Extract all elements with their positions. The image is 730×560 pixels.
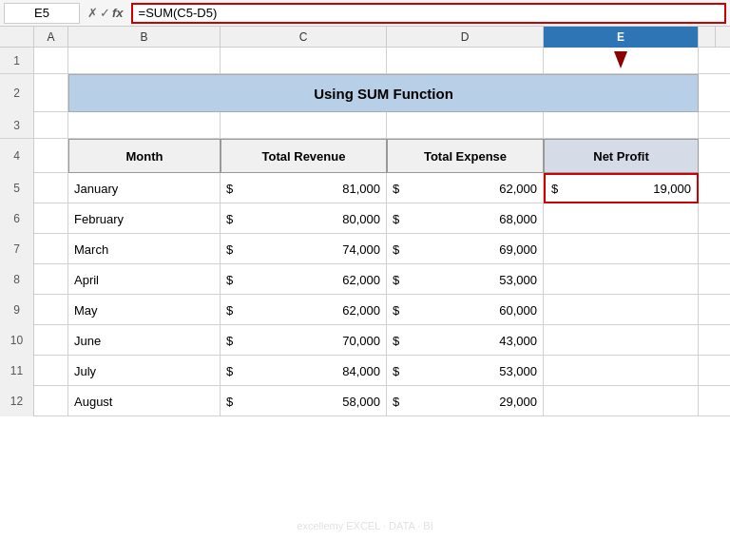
grid-row-12: 12 August $ 58,000 $ 29,000 xyxy=(0,386,730,416)
grid-row-9: 9 May $ 62,000 $ 60,000 xyxy=(0,295,730,325)
cell-e1[interactable] xyxy=(544,48,699,74)
cell-e5-net-profit[interactable]: $ 19,000 xyxy=(544,173,699,203)
cell-d8-expense[interactable]: $ 53,000 xyxy=(387,264,544,295)
cell-e8[interactable] xyxy=(544,264,699,295)
header-total-expense: Total Expense xyxy=(387,139,544,173)
grid-row-7: 7 March $ 74,000 $ 69,000 xyxy=(0,234,730,264)
cell-c12-revenue[interactable]: $ 58,000 xyxy=(221,386,387,416)
grid-row-1: 1 xyxy=(0,48,730,74)
cell-c8-revenue[interactable]: $ 62,000 xyxy=(221,264,387,295)
row-num-5: 5 xyxy=(0,173,34,203)
spreadsheet: A B C D E 1 xyxy=(0,27,730,416)
grid-row-8: 8 April $ 62,000 $ 53,000 xyxy=(0,264,730,295)
cell-a1[interactable] xyxy=(34,48,68,74)
col-header-c[interactable]: C xyxy=(221,27,387,48)
cell-b6-month[interactable]: February xyxy=(68,203,221,234)
cell-a4[interactable] xyxy=(34,139,68,173)
cell-c11-revenue[interactable]: $ 84,000 xyxy=(221,356,387,386)
cell-name-box[interactable]: E5 xyxy=(4,3,80,24)
row-num-8: 8 xyxy=(0,264,34,295)
header-total-revenue: Total Revenue xyxy=(221,139,387,173)
column-headers-row: A B C D E xyxy=(0,27,730,48)
cell-c7-revenue[interactable]: $ 74,000 xyxy=(221,234,387,264)
cell-c10-revenue[interactable]: $ 70,000 xyxy=(221,325,387,356)
confirm-icon[interactable]: ✓ xyxy=(100,6,110,20)
grid-row-10: 10 June $ 70,000 $ 43,000 xyxy=(0,325,730,356)
cell-d7-expense[interactable]: $ 69,000 xyxy=(387,234,544,264)
cancel-icon[interactable]: ✗ xyxy=(87,6,98,20)
fx-icon[interactable]: fx xyxy=(112,6,124,20)
row-num-2: 2 xyxy=(0,74,34,112)
grid-row-6: 6 February $ 80,000 $ 68,000 xyxy=(0,203,730,234)
cell-a2[interactable] xyxy=(34,74,68,112)
cell-d12-expense[interactable]: $ 29,000 xyxy=(387,386,544,416)
cell-a10[interactable] xyxy=(34,325,68,356)
formula-bar-icons: ✗ ✓ fx xyxy=(84,6,127,20)
cell-d10-expense[interactable]: $ 43,000 xyxy=(387,325,544,356)
cell-b12-month[interactable]: August xyxy=(68,386,221,416)
row-num-7: 7 xyxy=(0,234,34,264)
row-num-12: 12 xyxy=(0,386,34,416)
row-num-6: 6 xyxy=(0,203,34,234)
cell-b1[interactable] xyxy=(68,48,221,74)
cell-e9[interactable] xyxy=(544,295,699,325)
cell-d5-expense[interactable]: $ 62,000 xyxy=(387,173,544,203)
cell-e12[interactable] xyxy=(544,386,699,416)
cell-a8[interactable] xyxy=(34,264,68,295)
cell-e3[interactable] xyxy=(544,112,699,139)
cell-e11[interactable] xyxy=(544,356,699,386)
grid-row-4: 4 Month Total Revenue Total Expense Net … xyxy=(0,139,730,173)
row-num-3: 3 xyxy=(0,112,34,138)
cell-c9-revenue[interactable]: $ 62,000 xyxy=(221,295,387,325)
cell-a9[interactable] xyxy=(34,295,68,325)
row-num-9: 9 xyxy=(0,295,34,325)
watermark: excellemy EXCEL · DATA · BI xyxy=(297,520,432,531)
cell-b10-month[interactable]: June xyxy=(68,325,221,356)
cell-c1[interactable] xyxy=(221,48,387,74)
cell-a11[interactable] xyxy=(34,356,68,386)
formula-bar: E5 ✗ ✓ fx xyxy=(0,0,730,27)
cell-b11-month[interactable]: July xyxy=(68,356,221,386)
cell-d6-expense[interactable]: $ 68,000 xyxy=(387,203,544,234)
row-num-1: 1 xyxy=(0,48,34,73)
cell-c5-revenue[interactable]: $ 81,000 xyxy=(221,173,387,203)
title-merged-cell: Using SUM Function xyxy=(68,74,699,112)
col-header-e[interactable]: E xyxy=(544,27,699,48)
cell-d3[interactable] xyxy=(387,112,544,139)
cell-a12[interactable] xyxy=(34,386,68,416)
row-num-4: 4 xyxy=(0,139,34,173)
cell-a5[interactable] xyxy=(34,173,68,203)
row-num-11: 11 xyxy=(0,356,34,386)
grid-row-2: 2 Using SUM Function xyxy=(0,74,730,112)
cell-a3[interactable] xyxy=(34,112,68,139)
header-net-profit: Net Profit xyxy=(544,139,699,173)
cell-e6[interactable] xyxy=(544,203,699,234)
cell-e7[interactable] xyxy=(544,234,699,264)
formula-input[interactable] xyxy=(131,3,726,24)
cell-a6[interactable] xyxy=(34,203,68,234)
cell-b3[interactable] xyxy=(68,112,221,139)
cell-b9-month[interactable]: May xyxy=(68,295,221,325)
grid-row-3: 3 xyxy=(0,112,730,139)
grid: 1 2 Using SUM Function 3 4 xyxy=(0,48,730,416)
cell-b7-month[interactable]: March xyxy=(68,234,221,264)
cell-e10[interactable] xyxy=(544,325,699,356)
cell-name: E5 xyxy=(34,6,49,20)
cell-d11-expense[interactable]: $ 53,000 xyxy=(387,356,544,386)
grid-row-11: 11 July $ 84,000 $ 53,000 xyxy=(0,356,730,386)
grid-row-5: 5 January $ 81,000 $ 62,000 $ 1 xyxy=(0,173,730,203)
row-num-10: 10 xyxy=(0,325,34,356)
cell-c3[interactable] xyxy=(221,112,387,139)
row-num-header xyxy=(0,27,34,47)
col-header-d[interactable]: D xyxy=(387,27,544,48)
cell-d1[interactable] xyxy=(387,48,544,74)
cell-d9-expense[interactable]: $ 60,000 xyxy=(387,295,544,325)
col-header-a[interactable]: A xyxy=(34,27,68,48)
cell-b5-month[interactable]: January xyxy=(68,173,221,203)
cell-a7[interactable] xyxy=(34,234,68,264)
cell-c6-revenue[interactable]: $ 80,000 xyxy=(221,203,387,234)
header-month: Month xyxy=(68,139,221,173)
cell-b8-month[interactable]: April xyxy=(68,264,221,295)
col-header-b[interactable]: B xyxy=(68,27,221,48)
